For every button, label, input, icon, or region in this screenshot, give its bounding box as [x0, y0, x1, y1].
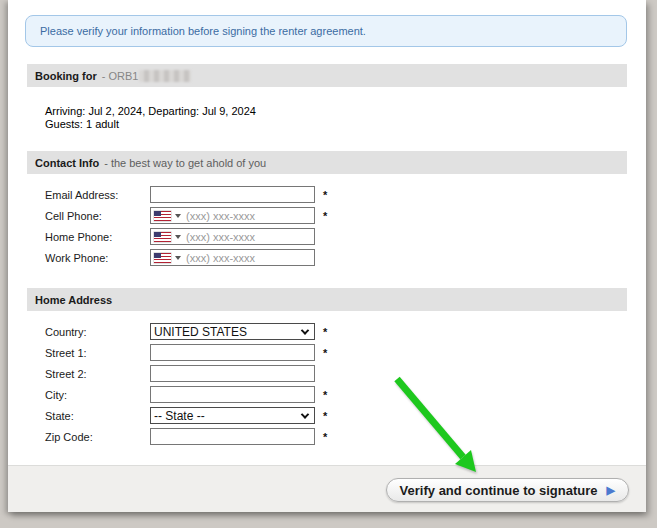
street1-label: Street 1:: [45, 347, 150, 359]
work-phone-field-wrapper: [150, 249, 315, 266]
booking-reference-redacted: [139, 70, 191, 82]
cell-phone-label: Cell Phone:: [45, 210, 150, 222]
home-phone-field[interactable]: [186, 230, 314, 243]
state-row: State: -- State -- *: [45, 407, 646, 424]
state-select-value: -- State --: [154, 409, 205, 423]
booking-dates-text: Arriving: Jul 2, 2024, Departing: Jul 9,…: [45, 105, 646, 118]
info-banner: Please verify your information before si…: [25, 15, 627, 47]
email-field[interactable]: [150, 186, 315, 203]
play-icon: ▶: [607, 485, 615, 496]
contact-section-header: Contact Info - the best way to get ahold…: [27, 151, 627, 174]
work-phone-row: Work Phone:: [45, 249, 646, 266]
contact-section-title: Contact Info: [35, 157, 99, 169]
phone-country-dropdown[interactable]: [154, 211, 181, 221]
us-flag-icon: [154, 211, 171, 221]
required-asterisk: *: [323, 327, 327, 337]
phone-country-dropdown[interactable]: [154, 253, 181, 263]
city-label: City:: [45, 389, 150, 401]
dropdown-caret-icon: [175, 214, 181, 218]
info-banner-text: Please verify your information before si…: [40, 25, 366, 37]
address-fields: Country: UNITED STATES * Street 1: * Str…: [8, 323, 646, 445]
zip-row: Zip Code: *: [45, 428, 646, 445]
street2-field[interactable]: [150, 365, 315, 382]
contact-section-subtitle: - the best way to get ahold of you: [104, 157, 266, 169]
booking-info: Arriving: Jul 2, 2024, Departing: Jul 9,…: [45, 105, 646, 131]
home-phone-field-wrapper: [150, 228, 315, 245]
work-phone-field[interactable]: [186, 251, 314, 264]
required-asterisk: *: [323, 348, 327, 358]
email-row: Email Address: *: [45, 186, 646, 203]
zip-label: Zip Code:: [45, 431, 150, 443]
renter-agreement-form-page: Please verify your information before si…: [8, 0, 646, 512]
address-section-title: Home Address: [35, 294, 112, 306]
cell-phone-field[interactable]: [186, 209, 314, 222]
street1-row: Street 1: *: [45, 344, 646, 361]
street1-field[interactable]: [150, 344, 315, 361]
city-field[interactable]: [150, 386, 315, 403]
address-section-header: Home Address: [27, 288, 627, 311]
required-asterisk: *: [323, 190, 327, 200]
home-phone-row: Home Phone:: [45, 228, 646, 245]
street2-row: Street 2:: [45, 365, 646, 382]
chevron-down-icon: [301, 326, 309, 334]
booking-reference-prefix: - ORB1: [102, 70, 139, 82]
dropdown-caret-icon: [175, 256, 181, 260]
booking-guests-text: Guests: 1 adult: [45, 118, 646, 131]
cell-phone-field-wrapper: [150, 207, 315, 224]
cell-phone-row: Cell Phone: *: [45, 207, 646, 224]
chevron-down-icon: [301, 410, 309, 418]
required-asterisk: *: [323, 432, 327, 442]
country-row: Country: UNITED STATES *: [45, 323, 646, 340]
us-flag-icon: [154, 253, 171, 263]
street2-label: Street 2:: [45, 368, 150, 380]
zip-field[interactable]: [150, 428, 315, 445]
country-label: Country:: [45, 326, 150, 338]
state-label: State:: [45, 410, 150, 422]
booking-section-title: Booking for: [35, 70, 97, 82]
required-asterisk: *: [323, 211, 327, 221]
email-label: Email Address:: [45, 189, 150, 201]
contact-fields: Email Address: * Cell Phone: * Home Phon…: [8, 186, 646, 266]
phone-country-dropdown[interactable]: [154, 232, 181, 242]
booking-section-header: Booking for - ORB1: [27, 64, 627, 87]
work-phone-label: Work Phone:: [45, 252, 150, 264]
us-flag-icon: [154, 232, 171, 242]
state-select[interactable]: -- State --: [150, 407, 315, 424]
verify-continue-button-label: Verify and continue to signature: [400, 483, 598, 498]
dropdown-caret-icon: [175, 235, 181, 239]
country-select-value: UNITED STATES: [154, 325, 247, 339]
required-asterisk: *: [323, 411, 327, 421]
city-row: City: *: [45, 386, 646, 403]
form-footer-bar: Verify and continue to signature ▶: [8, 465, 646, 512]
required-asterisk: *: [323, 390, 327, 400]
home-phone-label: Home Phone:: [45, 231, 150, 243]
verify-continue-button[interactable]: Verify and continue to signature ▶: [386, 478, 629, 502]
country-select[interactable]: UNITED STATES: [150, 323, 315, 340]
